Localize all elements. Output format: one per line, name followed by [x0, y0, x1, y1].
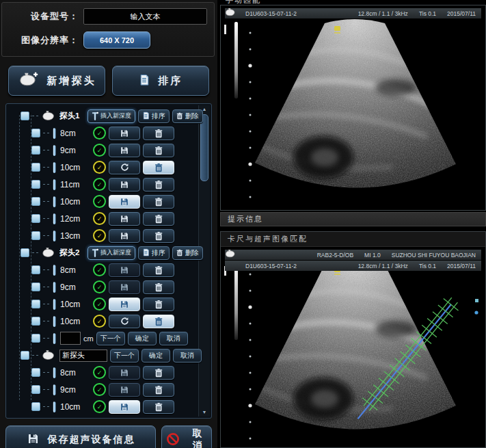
depth-icon	[52, 281, 57, 293]
sort-depths-button[interactable]: 排序	[138, 246, 170, 260]
probe-icon	[224, 249, 237, 261]
cancel-edit-button[interactable]: 取消	[159, 332, 188, 345]
depth-icon	[52, 264, 57, 276]
document-icon	[139, 74, 150, 88]
delete-depth-button[interactable]	[143, 127, 174, 140]
new-depth-input[interactable]	[60, 332, 81, 345]
depth-checkbox[interactable]	[31, 402, 40, 411]
depth-label: 10cm	[60, 402, 90, 412]
cancel-edit-button[interactable]: 取消	[173, 349, 202, 363]
probe-actions: 新增探头 排序	[0, 57, 217, 102]
tree-scrollbar[interactable]: ▲ ▼	[198, 105, 210, 417]
delete-depth-button[interactable]	[143, 144, 174, 157]
depth-checkbox[interactable]	[31, 146, 40, 155]
depth-checkbox[interactable]	[31, 334, 40, 343]
depth-row: 8cm✓	[10, 365, 195, 380]
depth-row: 8cm✓	[10, 262, 195, 278]
status-green-icon: ✓	[93, 366, 106, 379]
scan-params: 12.8cm / 1.1 / 3kHz	[358, 263, 408, 269]
resolution-button[interactable]: 640 X 720	[83, 31, 150, 49]
save-depth-button[interactable]	[109, 366, 140, 380]
scroll-down-arrow[interactable]: ▼	[200, 408, 209, 417]
next-button[interactable]: 下一个	[96, 332, 125, 345]
depth-label: 10cm	[60, 163, 90, 172]
probe-checkbox[interactable]	[21, 351, 29, 360]
status-green-icon: ✓	[93, 263, 106, 276]
probe-row: 探头2插入新深度排序删除	[10, 245, 195, 261]
save-depth-button[interactable]	[109, 383, 140, 397]
image-header-line1: RAB2-5-D/OB MI 1.0 SUZHOU SHI FUYOU BAOJ…	[225, 250, 481, 260]
depth-checkbox[interactable]	[31, 368, 40, 377]
sort-probes-button[interactable]: 排序	[112, 66, 209, 96]
save-depth-button[interactable]	[109, 195, 140, 209]
delete-depth-button[interactable]	[143, 280, 174, 294]
delete-probe-button[interactable]: 删除	[172, 246, 203, 260]
delete-depth-button[interactable]	[143, 161, 174, 174]
status-green-icon: ✓	[93, 127, 106, 140]
delete-depth-button[interactable]	[143, 383, 174, 397]
add-probe-button[interactable]: 新增探头	[8, 66, 105, 96]
status-yellow-icon: ✓	[93, 161, 106, 174]
delete-depth-button[interactable]	[143, 263, 174, 277]
save-depth-button[interactable]	[109, 263, 140, 277]
edit-row: 下一个确定取消	[10, 347, 195, 363]
save-depth-button[interactable]	[109, 127, 140, 140]
delete-depth-button[interactable]	[143, 400, 174, 414]
save-depth-button[interactable]	[109, 229, 140, 243]
delete-depth-button[interactable]	[143, 178, 174, 192]
depth-checkbox[interactable]	[31, 265, 40, 274]
depth-checkbox[interactable]	[31, 282, 40, 291]
scan-params: 12.8cm / 1.1 / 3kHz	[358, 10, 408, 17]
sort-depths-button[interactable]: 排序	[138, 109, 170, 123]
depth-label: 11cm	[60, 180, 90, 189]
delete-depth-button[interactable]	[143, 229, 174, 243]
status-green-icon: ✓	[93, 195, 106, 208]
save-depth-button[interactable]	[109, 212, 140, 226]
device-model-input[interactable]	[83, 8, 207, 25]
depth-checkbox[interactable]	[31, 214, 40, 223]
confirm-button[interactable]: 确定	[128, 332, 157, 345]
save-depth-button[interactable]	[109, 144, 140, 157]
confirm-button[interactable]: 确定	[141, 349, 170, 363]
depth-checkbox[interactable]	[31, 180, 40, 189]
save-depth-button[interactable]	[109, 400, 140, 414]
probe-label: 探头2	[59, 248, 85, 258]
save-depth-button[interactable]	[109, 298, 140, 311]
save-depth-button[interactable]	[109, 280, 140, 294]
delete-depth-button[interactable]	[143, 195, 174, 209]
scrollbar-thumb[interactable]	[200, 114, 208, 181]
match-section: 卡尺与超声图像匹配 RAB2-5-D/OB MI 1.0 SUZHOU SHI …	[220, 231, 486, 448]
new-probe-name-input[interactable]	[59, 350, 107, 362]
depth-icon	[52, 144, 57, 157]
delete-depth-button[interactable]	[143, 212, 174, 226]
probe-checkbox[interactable]	[21, 111, 29, 120]
status-green-icon: ✓	[93, 400, 106, 413]
depth-checkbox[interactable]	[31, 231, 40, 240]
depth-label: 8cm	[60, 265, 90, 275]
probe-checkbox[interactable]	[21, 248, 29, 257]
ultrasound-view: 手动匹配 D1U603-15-07-11-2 12.8cm / 1.1 / 3k…	[220, 0, 486, 448]
save-depth-button[interactable]	[109, 178, 140, 192]
delete-probe-button[interactable]: 删除	[172, 109, 203, 123]
depth-checkbox[interactable]	[31, 385, 40, 394]
insert-depth-button[interactable]: 插入新深度	[87, 109, 135, 123]
delete-depth-button[interactable]	[143, 366, 174, 380]
delete-depth-button[interactable]	[143, 298, 174, 311]
cancel-button[interactable]: 取消	[161, 425, 212, 448]
refresh-depth-button[interactable]	[109, 315, 140, 328]
device-info-box: 设备型号： 图像分辨率： 640 X 720	[1, 2, 215, 57]
depth-icon	[52, 196, 57, 208]
depth-checkbox[interactable]	[31, 129, 40, 137]
depth-checkbox[interactable]	[31, 163, 40, 172]
depth-checkbox[interactable]	[31, 197, 40, 206]
depth-icon	[52, 367, 57, 379]
insert-depth-button[interactable]: 插入新深度	[87, 246, 135, 260]
next-button[interactable]: 下一个	[110, 349, 139, 363]
delete-depth-button[interactable]	[143, 315, 174, 328]
save-device-button[interactable]: 保存超声设备信息	[5, 425, 156, 448]
depth-checkbox[interactable]	[31, 300, 40, 308]
image-header: D1U603-15-07-11-2 12.8cm / 1.1 / 3kHz Ti…	[225, 8, 481, 18]
depth-checkbox[interactable]	[31, 317, 40, 326]
status-green-icon: ✓	[93, 383, 106, 396]
refresh-depth-button[interactable]	[109, 161, 140, 174]
